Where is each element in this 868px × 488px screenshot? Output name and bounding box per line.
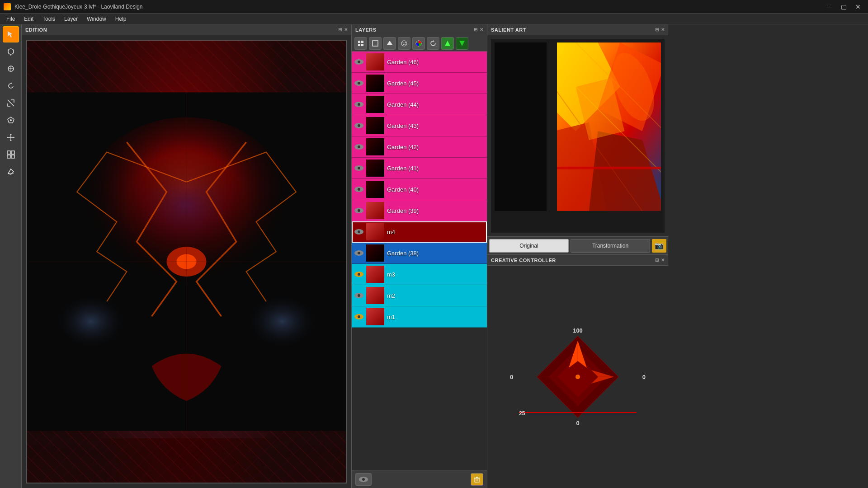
tool-eraser[interactable] xyxy=(3,164,19,180)
layer-thumb-7 xyxy=(366,181,384,198)
menu-edit[interactable]: Edit xyxy=(19,15,38,23)
eye-icon xyxy=(354,250,363,256)
layer-row-garden38[interactable]: Garden (38) xyxy=(352,243,487,264)
creative-content[interactable]: 100 0 0 0 xyxy=(487,266,668,488)
creative-panel: Creative Controller ⊞ ✕ 100 0 0 0 xyxy=(487,255,668,488)
menu-help[interactable]: Help xyxy=(111,15,131,23)
layer-thumb-10 xyxy=(366,244,384,262)
layers-tool-face[interactable] xyxy=(398,37,410,50)
tab-transformation[interactable]: Transformation xyxy=(571,239,650,253)
salient-preview-dark xyxy=(495,42,547,211)
layer-thumb-9 xyxy=(366,223,384,240)
layers-list[interactable]: Garden (46) Garden (45) Garden (44) xyxy=(352,52,487,470)
eye-icon xyxy=(354,229,363,235)
menu-layer[interactable]: Layer xyxy=(60,15,82,23)
layer-thumb-8 xyxy=(366,202,384,219)
layers-close-icon[interactable]: ✕ xyxy=(480,27,484,32)
layer-visibility-4[interactable] xyxy=(354,120,364,131)
layer-row[interactable]: Garden (40) xyxy=(352,179,487,200)
tab-original[interactable]: Original xyxy=(489,239,569,253)
layers-tool-grid[interactable] xyxy=(354,37,367,50)
svg-point-16 xyxy=(52,257,181,356)
camera-button[interactable]: 📷 xyxy=(652,239,666,253)
layer-row-m1[interactable]: m1 xyxy=(352,306,487,328)
edition-expand-icon[interactable]: ⊞ xyxy=(338,27,342,32)
menu-tools[interactable]: Tools xyxy=(38,15,60,23)
close-button[interactable]: ✕ xyxy=(852,2,864,11)
layers-bottom-new[interactable] xyxy=(355,473,372,486)
eye-icon-golden xyxy=(354,314,363,319)
diamond-label-right: 0 xyxy=(642,374,646,380)
svg-rect-26 xyxy=(373,41,378,46)
tool-scale[interactable] xyxy=(3,95,19,111)
menu-window[interactable]: Window xyxy=(82,15,111,23)
svg-point-17 xyxy=(192,257,321,356)
diamond-labels: 100 0 0 0 xyxy=(510,327,646,427)
layer-row[interactable]: Garden (45) xyxy=(352,73,487,94)
layer-row[interactable]: Garden (46) xyxy=(352,52,487,73)
layer-thumb-12 xyxy=(366,287,384,304)
tool-lasso[interactable] xyxy=(3,43,19,60)
layers-tool-arrow-up[interactable] xyxy=(383,37,396,50)
layer-visibility-10[interactable] xyxy=(354,248,364,258)
layer-row[interactable]: Garden (43) xyxy=(352,115,487,136)
layer-visibility-7[interactable] xyxy=(354,184,364,195)
layer-row[interactable]: Garden (39) xyxy=(352,200,487,221)
title-bar-controls: ─ ▢ ✕ xyxy=(823,2,864,11)
layer-visibility-8[interactable] xyxy=(354,205,364,216)
eye-icon-golden xyxy=(354,272,363,277)
layer-thumb-6 xyxy=(366,160,384,177)
tool-transform[interactable] xyxy=(3,61,19,77)
layer-visibility-11[interactable] xyxy=(354,269,364,280)
layer-name-1: Garden (46) xyxy=(387,59,419,66)
layer-visibility-9[interactable] xyxy=(354,226,364,237)
layers-bottom-delete[interactable] xyxy=(471,473,483,486)
tool-nudge[interactable] xyxy=(3,146,19,163)
eye-icon xyxy=(354,59,363,65)
layer-visibility-1[interactable] xyxy=(354,56,364,67)
layer-name-6: Garden (41) xyxy=(387,165,419,172)
menu-file[interactable]: File xyxy=(2,15,19,23)
maximize-button[interactable]: ▢ xyxy=(837,2,850,11)
tool-warp[interactable] xyxy=(3,112,19,128)
layer-visibility-3[interactable] xyxy=(354,99,364,110)
creative-close-icon[interactable]: ✕ xyxy=(661,258,665,263)
layer-visibility-2[interactable] xyxy=(354,78,364,89)
layer-row-m3[interactable]: m3 xyxy=(352,264,487,285)
salient-expand-icon[interactable]: ⊞ xyxy=(655,27,659,32)
layers-tool-square[interactable] xyxy=(369,37,382,50)
svg-line-4 xyxy=(8,100,14,106)
layer-visibility-6[interactable] xyxy=(354,163,364,174)
edition-canvas[interactable] xyxy=(26,40,347,483)
layer-row[interactable]: Garden (44) xyxy=(352,94,487,115)
salient-close-icon[interactable]: ✕ xyxy=(661,27,665,32)
eye-icon xyxy=(354,293,363,298)
layer-row-m2[interactable]: m2 xyxy=(352,285,487,306)
right-panels: Salient Art ⊞ ✕ xyxy=(487,24,668,488)
layer-visibility-13[interactable] xyxy=(354,311,364,322)
svg-rect-24 xyxy=(358,44,360,46)
eye-icon xyxy=(354,144,363,150)
diamond-label-top: 100 xyxy=(573,327,583,334)
layer-row[interactable]: Garden (41) xyxy=(352,158,487,179)
layer-thumb-1 xyxy=(366,53,384,70)
tool-rotate[interactable] xyxy=(3,78,19,94)
layer-visibility-5[interactable] xyxy=(354,141,364,152)
edition-close-icon[interactable]: ✕ xyxy=(344,27,348,32)
creative-expand-icon[interactable]: ⊞ xyxy=(655,258,659,263)
layers-expand-icon[interactable]: ⊞ xyxy=(474,27,478,32)
layer-row[interactable]: Garden (42) xyxy=(352,136,487,158)
layer-thumb-11 xyxy=(366,266,384,283)
minimize-button[interactable]: ─ xyxy=(823,2,835,11)
layers-tool-color[interactable] xyxy=(412,37,425,50)
layer-visibility-12[interactable] xyxy=(354,290,364,301)
layer-row-m4[interactable]: m4 xyxy=(352,221,487,243)
salient-tabs: Original Transformation 📷 xyxy=(487,236,668,254)
edition-panel: Edition ⊞ ✕ xyxy=(22,24,352,488)
svg-rect-42 xyxy=(557,167,661,169)
tool-select[interactable] xyxy=(3,26,19,42)
tool-move[interactable] xyxy=(3,129,19,145)
layers-tool-down[interactable] xyxy=(456,37,468,50)
layers-tool-refresh[interactable] xyxy=(427,37,439,50)
layers-tool-up[interactable] xyxy=(441,37,454,50)
